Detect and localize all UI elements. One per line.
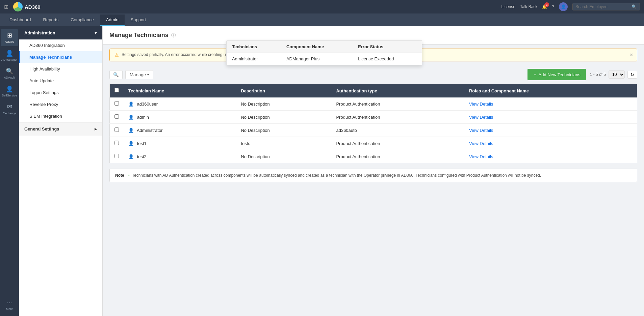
sidebar-item-logon-settings[interactable]: Logon Settings [19, 87, 102, 98]
sidebar-icon-admanager[interactable]: 👤 ADManager [1, 47, 18, 64]
tab-nav: Dashboard Reports Compliance Admin Suppo… [0, 13, 644, 26]
tab-support[interactable]: Support [125, 15, 152, 26]
popup-col-technicians: Technicians [227, 41, 281, 53]
sidebar-item-reverse-proxy[interactable]: Reverse Proxy [19, 98, 102, 110]
row-auth-2: ad360auto [331, 124, 464, 137]
tab-admin[interactable]: Admin [100, 15, 125, 26]
alert-warning-icon: ⚠ [114, 52, 119, 58]
administration-section-header[interactable]: Administration ▾ [19, 26, 102, 39]
notifications-bell[interactable]: 🔔 3 [542, 4, 547, 9]
search-button[interactable]: 🔍 [109, 70, 123, 79]
table-row: 👤 test2 No Description Product Authentic… [110, 150, 637, 163]
page-title: Manage Technicians [109, 32, 169, 39]
page-size-select[interactable]: 10 25 50 [609, 70, 625, 79]
add-new-technicians-button[interactable]: ＋ Add New Technicians [527, 69, 586, 80]
view-details-link-3[interactable]: View Details [469, 141, 493, 146]
select-all-checkbox[interactable] [114, 88, 119, 92]
technicians-table: Technician Name Description Authenticati… [109, 84, 637, 163]
row-name-4: 👤 test2 [124, 150, 236, 163]
view-details-link-4[interactable]: View Details [469, 154, 493, 159]
tab-compliance[interactable]: Compliance [65, 15, 100, 26]
page-help-icon[interactable]: ⓘ [171, 32, 176, 38]
sidebar-item-siem-integration[interactable]: SIEM Integration [19, 110, 102, 122]
table-row: 👤 admin No Description Product Authentic… [110, 111, 637, 124]
manage-label: Manage [130, 72, 146, 77]
row-action-4[interactable]: View Details [464, 150, 637, 163]
sidebar-icon-ad360[interactable]: ⊞ AD360 [1, 29, 18, 46]
row-select-2[interactable] [114, 127, 119, 132]
sidebar-item-auto-update[interactable]: Auto Update [19, 75, 102, 87]
row-select-4[interactable] [114, 154, 119, 158]
row-action-3[interactable]: View Details [464, 137, 637, 150]
row-select-1[interactable] [114, 114, 119, 119]
apps-grid-icon[interactable]: ⊞ [4, 4, 8, 10]
sidebar-item-ad360-integration[interactable]: AD360 Integration [19, 39, 102, 51]
main-layout: ⊞ AD360 👤 ADManager 🔍 ADAudit 👤 SelfServ… [0, 26, 644, 316]
row-auth-3: Product Authentication [331, 137, 464, 150]
popup-cell-component: ADManager Plus [281, 53, 353, 65]
app-logo-icon [13, 2, 23, 11]
sidebar-icon-more[interactable]: ··· More [1, 296, 18, 313]
table-toolbar: 🔍 Manage ▾ ＋ Add New Technicians 1 - 5 o… [103, 65, 644, 84]
sidebar-item-high-availability[interactable]: High Availability [19, 63, 102, 75]
row-action-1[interactable]: View Details [464, 111, 637, 124]
view-details-link-0[interactable]: View Details [469, 102, 493, 107]
manage-dropdown-button[interactable]: Manage ▾ [125, 70, 153, 79]
tab-reports[interactable]: Reports [37, 15, 65, 26]
sidebar-icon-adaudit[interactable]: 🔍 ADAudit [1, 65, 18, 82]
col-description: Description [236, 84, 331, 98]
app-name: AD360 [25, 4, 41, 10]
row-action-0[interactable]: View Details [464, 97, 637, 111]
add-icon: ＋ [533, 71, 537, 78]
row-select-3[interactable] [114, 141, 119, 145]
chevron-right-icon: ▸ [95, 126, 97, 132]
search-input[interactable] [575, 4, 629, 9]
row-action-2[interactable]: View Details [464, 124, 637, 137]
row-name-1: 👤 admin [124, 111, 236, 124]
help-icon[interactable]: ? [552, 4, 554, 9]
pagination: 1 - 5 of 5 10 25 50 ↻ [590, 70, 637, 79]
top-bar: ⊞ AD360 License Talk Back 🔔 3 ? 👤 🔍 [0, 0, 644, 13]
sidebar-icon-label-ad360: AD360 [5, 40, 14, 44]
sidebar-icon-exchange[interactable]: ✉ Exchange [1, 100, 18, 118]
col-checkbox [110, 84, 124, 98]
row-auth-0: Product Authentication [331, 97, 464, 111]
sidebar-icon-label-adaudit: ADAudit [4, 76, 15, 79]
more-icon: ··· [7, 299, 12, 306]
tab-dashboard[interactable]: Dashboard [3, 15, 37, 26]
view-details-link-1[interactable]: View Details [469, 115, 493, 120]
alert-close-button[interactable]: ✕ [629, 52, 634, 58]
top-bar-right: License Talk Back 🔔 3 ? 👤 🔍 [501, 2, 640, 11]
note-label: Note [115, 173, 124, 178]
sidebar-icon-selfservice[interactable]: 👤 SelfService [1, 83, 18, 100]
col-roles: Roles and Component Name [464, 84, 637, 98]
popup-cell-technician: Administrator [227, 53, 281, 65]
row-desc-4: No Description [236, 150, 331, 163]
view-details-link-2[interactable]: View Details [469, 128, 493, 133]
user-avatar[interactable]: 👤 [559, 2, 568, 11]
col-technician-name: Technician Name [124, 84, 236, 98]
popup-cell-status: License Exceeded [353, 53, 422, 65]
row-select-0[interactable] [114, 101, 119, 106]
adaudit-icon: 🔍 [6, 67, 13, 75]
general-settings-section-header[interactable]: General Settings ▸ [19, 122, 102, 136]
logo-container: AD360 [13, 2, 41, 11]
talkback-link[interactable]: Talk Back [520, 4, 537, 9]
popup-col-component: Component Name [281, 41, 353, 53]
refresh-button[interactable]: ↻ [627, 71, 637, 79]
administration-label: Administration [24, 30, 55, 35]
table-row: 👤 test1 tests Product Authentication Vie… [110, 137, 637, 150]
error-popup-table: Technicians Component Name Error Status … [226, 40, 422, 65]
row-desc-3: tests [236, 137, 331, 150]
general-settings-label: General Settings [24, 126, 59, 132]
row-desc-2: No Description [236, 124, 331, 137]
search-box[interactable]: 🔍 [572, 3, 640, 10]
ad360-icon: ⊞ [7, 32, 12, 39]
sidebar-item-manage-technicians[interactable]: Manage Technicians [19, 51, 102, 63]
user-icon-1: 👤 [128, 115, 134, 120]
toolbar-left: 🔍 Manage ▾ [109, 70, 153, 79]
row-checkbox-4 [110, 150, 124, 163]
add-button-label: Add New Technicians [539, 72, 581, 77]
license-link[interactable]: License [501, 4, 515, 9]
note-text: Technicians with AD Authentication creat… [132, 173, 541, 178]
